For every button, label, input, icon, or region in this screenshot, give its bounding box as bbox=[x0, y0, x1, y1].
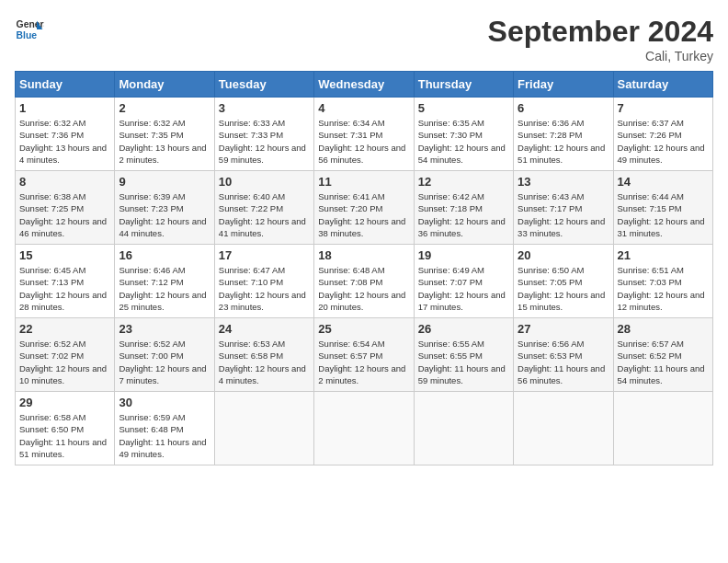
day-number: 4 bbox=[318, 101, 409, 115]
col-monday: Monday bbox=[115, 72, 214, 98]
calendar-row: 22Sunrise: 6:52 AM Sunset: 7:02 PM Dayli… bbox=[16, 318, 713, 392]
day-info: Sunrise: 6:36 AM Sunset: 7:28 PM Dayligh… bbox=[518, 117, 609, 166]
day-info: Sunrise: 6:43 AM Sunset: 7:17 PM Dayligh… bbox=[518, 190, 609, 239]
day-number: 22 bbox=[19, 322, 110, 336]
calendar-row: 29Sunrise: 6:58 AM Sunset: 6:50 PM Dayli… bbox=[16, 392, 713, 465]
table-cell: 27Sunrise: 6:56 AM Sunset: 6:53 PM Dayli… bbox=[514, 318, 613, 392]
day-number: 1 bbox=[19, 101, 110, 115]
table-cell bbox=[514, 392, 613, 465]
day-info: Sunrise: 6:58 AM Sunset: 6:50 PM Dayligh… bbox=[19, 411, 110, 460]
table-cell: 3Sunrise: 6:33 AM Sunset: 7:33 PM Daylig… bbox=[214, 98, 313, 171]
col-sunday: Sunday bbox=[16, 72, 115, 98]
table-cell: 9Sunrise: 6:39 AM Sunset: 7:23 PM Daylig… bbox=[115, 171, 214, 245]
table-cell bbox=[314, 392, 414, 465]
table-cell: 5Sunrise: 6:35 AM Sunset: 7:30 PM Daylig… bbox=[414, 98, 513, 171]
table-cell: 6Sunrise: 6:36 AM Sunset: 7:28 PM Daylig… bbox=[514, 98, 613, 171]
day-info: Sunrise: 6:52 AM Sunset: 7:02 PM Dayligh… bbox=[19, 338, 110, 386]
day-number: 24 bbox=[219, 322, 310, 336]
day-info: Sunrise: 6:34 AM Sunset: 7:31 PM Dayligh… bbox=[318, 117, 409, 166]
table-cell: 17Sunrise: 6:47 AM Sunset: 7:10 PM Dayli… bbox=[214, 245, 313, 318]
day-number: 7 bbox=[618, 101, 709, 115]
table-cell: 2Sunrise: 6:32 AM Sunset: 7:35 PM Daylig… bbox=[115, 98, 214, 171]
day-number: 12 bbox=[418, 175, 509, 189]
day-info: Sunrise: 6:42 AM Sunset: 7:18 PM Dayligh… bbox=[418, 190, 509, 239]
day-info: Sunrise: 6:32 AM Sunset: 7:36 PM Dayligh… bbox=[19, 117, 110, 166]
day-info: Sunrise: 6:56 AM Sunset: 6:53 PM Dayligh… bbox=[518, 338, 609, 386]
day-info: Sunrise: 6:37 AM Sunset: 7:26 PM Dayligh… bbox=[618, 117, 709, 166]
day-info: Sunrise: 6:40 AM Sunset: 7:22 PM Dayligh… bbox=[219, 190, 310, 239]
table-cell: 20Sunrise: 6:50 AM Sunset: 7:05 PM Dayli… bbox=[514, 245, 613, 318]
day-info: Sunrise: 6:41 AM Sunset: 7:20 PM Dayligh… bbox=[318, 190, 409, 239]
table-cell bbox=[214, 392, 313, 465]
day-info: Sunrise: 6:38 AM Sunset: 7:25 PM Dayligh… bbox=[19, 190, 110, 239]
table-cell: 23Sunrise: 6:52 AM Sunset: 7:00 PM Dayli… bbox=[115, 318, 214, 392]
table-cell: 13Sunrise: 6:43 AM Sunset: 7:17 PM Dayli… bbox=[514, 171, 613, 245]
day-info: Sunrise: 6:53 AM Sunset: 6:58 PM Dayligh… bbox=[219, 338, 310, 386]
table-cell: 26Sunrise: 6:55 AM Sunset: 6:55 PM Dayli… bbox=[414, 318, 513, 392]
day-number: 14 bbox=[618, 175, 709, 189]
day-number: 26 bbox=[418, 322, 509, 336]
page-header: General Blue September 2024 Cali, Turkey bbox=[15, 15, 713, 63]
table-cell: 22Sunrise: 6:52 AM Sunset: 7:02 PM Dayli… bbox=[16, 318, 115, 392]
month-title: September 2024 bbox=[488, 15, 713, 49]
day-number: 9 bbox=[119, 175, 210, 189]
table-cell: 29Sunrise: 6:58 AM Sunset: 6:50 PM Dayli… bbox=[16, 392, 115, 465]
day-number: 5 bbox=[418, 101, 509, 115]
day-number: 28 bbox=[618, 322, 709, 336]
day-info: Sunrise: 6:54 AM Sunset: 6:57 PM Dayligh… bbox=[318, 338, 409, 386]
table-cell: 24Sunrise: 6:53 AM Sunset: 6:58 PM Dayli… bbox=[214, 318, 313, 392]
day-number: 29 bbox=[19, 396, 110, 409]
calendar-body: 1Sunrise: 6:32 AM Sunset: 7:36 PM Daylig… bbox=[16, 98, 713, 465]
day-number: 17 bbox=[219, 248, 310, 262]
table-cell bbox=[613, 392, 712, 465]
day-number: 25 bbox=[318, 322, 409, 336]
col-saturday: Saturday bbox=[613, 72, 712, 98]
day-number: 19 bbox=[418, 248, 509, 262]
table-cell: 21Sunrise: 6:51 AM Sunset: 7:03 PM Dayli… bbox=[613, 245, 712, 318]
day-info: Sunrise: 6:52 AM Sunset: 7:00 PM Dayligh… bbox=[119, 338, 210, 386]
day-info: Sunrise: 6:32 AM Sunset: 7:35 PM Dayligh… bbox=[119, 117, 210, 166]
table-cell: 16Sunrise: 6:46 AM Sunset: 7:12 PM Dayli… bbox=[115, 245, 214, 318]
table-cell: 1Sunrise: 6:32 AM Sunset: 7:36 PM Daylig… bbox=[16, 98, 115, 171]
day-info: Sunrise: 6:46 AM Sunset: 7:12 PM Dayligh… bbox=[119, 264, 210, 313]
col-tuesday: Tuesday bbox=[214, 72, 313, 98]
day-number: 6 bbox=[518, 101, 609, 115]
day-number: 11 bbox=[318, 175, 409, 189]
day-info: Sunrise: 6:44 AM Sunset: 7:15 PM Dayligh… bbox=[618, 190, 709, 239]
table-cell: 7Sunrise: 6:37 AM Sunset: 7:26 PM Daylig… bbox=[613, 98, 712, 171]
day-number: 27 bbox=[518, 322, 609, 336]
table-cell: 15Sunrise: 6:45 AM Sunset: 7:13 PM Dayli… bbox=[16, 245, 115, 318]
day-number: 15 bbox=[19, 248, 110, 262]
col-thursday: Thursday bbox=[414, 72, 513, 98]
location: Cali, Turkey bbox=[488, 49, 713, 63]
calendar-row: 15Sunrise: 6:45 AM Sunset: 7:13 PM Dayli… bbox=[16, 245, 713, 318]
day-number: 30 bbox=[119, 396, 210, 409]
day-info: Sunrise: 6:48 AM Sunset: 7:08 PM Dayligh… bbox=[318, 264, 409, 313]
day-info: Sunrise: 6:47 AM Sunset: 7:10 PM Dayligh… bbox=[219, 264, 310, 313]
logo: General Blue bbox=[15, 15, 44, 44]
logo-icon: General Blue bbox=[15, 15, 44, 44]
table-cell: 11Sunrise: 6:41 AM Sunset: 7:20 PM Dayli… bbox=[314, 171, 414, 245]
table-cell: 25Sunrise: 6:54 AM Sunset: 6:57 PM Dayli… bbox=[314, 318, 414, 392]
day-number: 8 bbox=[19, 175, 110, 189]
day-info: Sunrise: 6:51 AM Sunset: 7:03 PM Dayligh… bbox=[618, 264, 709, 313]
day-info: Sunrise: 6:39 AM Sunset: 7:23 PM Dayligh… bbox=[119, 190, 210, 239]
table-cell: 19Sunrise: 6:49 AM Sunset: 7:07 PM Dayli… bbox=[414, 245, 513, 318]
table-cell: 8Sunrise: 6:38 AM Sunset: 7:25 PM Daylig… bbox=[16, 171, 115, 245]
day-info: Sunrise: 6:50 AM Sunset: 7:05 PM Dayligh… bbox=[518, 264, 609, 313]
day-number: 13 bbox=[518, 175, 609, 189]
table-cell: 10Sunrise: 6:40 AM Sunset: 7:22 PM Dayli… bbox=[214, 171, 313, 245]
day-number: 16 bbox=[119, 248, 210, 262]
calendar-row: 1Sunrise: 6:32 AM Sunset: 7:36 PM Daylig… bbox=[16, 98, 713, 171]
table-cell bbox=[414, 392, 513, 465]
title-block: September 2024 Cali, Turkey bbox=[488, 15, 713, 63]
day-number: 21 bbox=[618, 248, 709, 262]
day-number: 18 bbox=[318, 248, 409, 262]
day-info: Sunrise: 6:49 AM Sunset: 7:07 PM Dayligh… bbox=[418, 264, 509, 313]
day-info: Sunrise: 6:33 AM Sunset: 7:33 PM Dayligh… bbox=[219, 117, 310, 166]
day-info: Sunrise: 6:35 AM Sunset: 7:30 PM Dayligh… bbox=[418, 117, 509, 166]
day-number: 23 bbox=[119, 322, 210, 336]
day-info: Sunrise: 6:55 AM Sunset: 6:55 PM Dayligh… bbox=[418, 338, 509, 386]
day-info: Sunrise: 6:59 AM Sunset: 6:48 PM Dayligh… bbox=[119, 411, 210, 460]
table-cell: 18Sunrise: 6:48 AM Sunset: 7:08 PM Dayli… bbox=[314, 245, 414, 318]
